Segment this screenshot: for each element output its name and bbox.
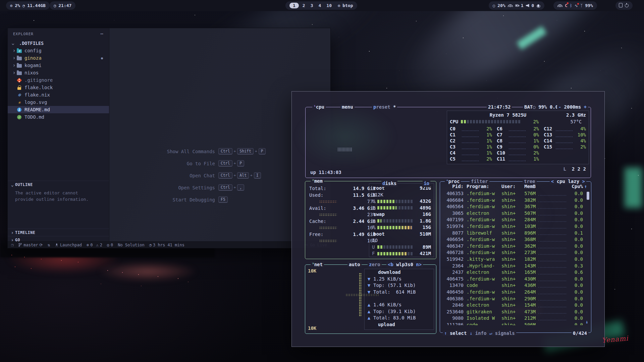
time-tracker[interactable]: ◔ 3 hrs 41 mins [149,243,184,247]
upload-speed: ▲1.46 KiB/s [367,302,432,308]
process-row[interactable]: 253640 gitkraken shin+ 473M 0.0 [443,309,588,316]
process-row[interactable]: 13470 code shin+ 436M 0.0 [443,283,588,289]
problems-button[interactable]: ⊗ 0 ⚠ 2 [87,243,102,247]
process-row[interactable]: 519974 .ferdium-w shin+ 103M 0.0 [443,224,588,230]
file-type-glyph [17,57,22,60]
btop-window[interactable]: ¹cpu menu preset * 21:47:52 BAT○ 99% 0.0… [291,91,605,347]
hardware-pill[interactable]: ○ 20% 1 0 [489,1,544,10]
info-hint[interactable]: info [475,330,487,336]
file-row[interactable]: logo.svg [8,99,109,106]
process-row[interactable]: 406347 .ferdium-w shin+ 362M 0.0 [443,243,588,250]
file-row[interactable]: flake.lock [8,84,109,91]
cpu-tab[interactable]: ¹cpu [312,104,326,110]
cpu-core-row: C8 1% [497,138,539,144]
ports-icon: ◎ [107,243,109,247]
tree-root-dotfiles[interactable]: › .DOTFILES [8,40,109,47]
file-row[interactable]: › config [8,47,109,54]
key-chip: F5 [218,196,228,203]
file-row[interactable]: › nixos [8,69,109,76]
net-interface-selector[interactable]: <b wlp3s0 n> [386,261,423,267]
git-branch-button[interactable]: master ⟳ [18,243,43,247]
process-scrollbar[interactable] [587,192,589,200]
scroll-down-arrow-icon[interactable]: ↓ [586,319,588,324]
core-leader-dots [462,142,479,143]
remote-window-button[interactable]: ❐ [11,243,13,247]
workspace-button[interactable]: 4 [317,3,323,8]
process-row[interactable]: 3065 electron shin+ 507M 0.0 [443,210,588,217]
down-key-icon: ↓ [470,330,472,336]
workspace-button[interactable]: 3 [309,3,315,8]
used-meter [377,200,414,203]
file-row[interactable]: › ginoza ● [8,54,109,62]
io-title[interactable]: io [423,180,430,187]
process-row[interactable]: 9080 Isolated W shin+ 212M 0.0 [443,315,588,322]
process-row[interactable]: 406684 .ferdium-w shin+ 382M 0.0 [443,197,588,204]
update-interval-control[interactable]: - 2000ms + [557,104,588,110]
ports-button[interactable]: ◎ 0 [107,243,113,247]
row-leader-dots [538,294,566,294]
outline-section-header[interactable]: ⌄ OUTLINE [8,181,109,188]
timeline-section-header[interactable]: › TIMELINE [8,229,109,236]
process-row[interactable]: 111286 code shin+ 506M 0.0 [443,322,588,325]
process-row[interactable]: 2846 electron shin+ 154M 0.0 [443,302,588,309]
load-average: L 2 2 2 [564,166,586,172]
chevron-right-icon: › [8,55,16,61]
process-row[interactable]: 407199 .ferdium-w shin+ 284M 0.0 [443,217,588,224]
row-leader-dots [538,234,566,235]
process-row[interactable]: 406475 .ferdium-w shin+ 430M 0.0 [443,276,588,283]
process-row[interactable]: 406450 .ferdium-w shin+ 264M 0.0 [443,289,588,296]
power-button-icon[interactable] [625,4,629,7]
used-meter [377,219,414,223]
tray-wifi-icon[interactable] [557,4,562,7]
disks-title[interactable]: disks [381,180,397,187]
workspace-button[interactable]: 1 [289,3,299,8]
process-row[interactable]: 406728 .ferdium-w shin+ 273M 0.0 [443,250,588,256]
clock-pill[interactable]: ◷ 21:47 [50,1,75,10]
cpu-core-row: C10 2% [497,150,539,156]
process-row[interactable]: 2437 electron shin+ 165M 0.6 [443,269,588,276]
net-zero-button[interactable]: zero [368,261,382,267]
tray-app-icon[interactable]: C [565,3,568,8]
preset-button[interactable]: preset * [372,104,397,110]
bluetooth-icon[interactable]: ᛒ [570,4,572,8]
core-leader-dots [556,148,573,149]
row-leader-dots [538,261,566,261]
net-scale-bottom: 10K [308,325,316,331]
process-row[interactable]: 406353 .ferdium-w shin+ 576M 0.0 [443,191,588,197]
workspace-button[interactable]: 10 [325,3,333,8]
select-hint[interactable]: select [450,330,467,336]
menu-button[interactable]: menu [340,104,355,110]
process-row[interactable]: 519942 .kitty-wra shin+ 182M 0.0 [443,256,588,263]
file-row[interactable]: › kogami [8,62,109,69]
mem-percent-row: 16% [309,225,376,231]
process-row[interactable]: 406564 .ferdium-w shin+ 367M 0.0 [443,204,588,210]
solution-status[interactable]: No Solution [118,243,144,247]
explorer-more-actions-icon[interactable]: ⋯ [100,31,104,37]
source-control-graph-button[interactable]: ⇅ [48,243,50,247]
tray-wave-icon[interactable]: ∿ [575,4,578,8]
file-row[interactable]: README.md [8,106,109,113]
process-row[interactable]: 8077 librewolf shin+ 896M 0.1 [443,230,588,237]
signals-hint[interactable]: signals [495,330,515,336]
mem-usage-dots [319,226,337,229]
workspace-button[interactable]: 2 [301,3,307,8]
system-stats-pill[interactable]: ⚙ 2% ◔ 11.44GB [6,1,50,10]
mem-tab[interactable]: ²mem [311,178,324,184]
net-tab[interactable]: ³net [311,261,324,267]
file-row[interactable]: TODO.md [8,113,109,121]
file-row[interactable]: flake.nix [8,91,109,99]
process-row[interactable]: 2364 .Hyprland- shin+ 143M 0.3 [443,263,588,270]
used-label: U [372,198,375,205]
file-row[interactable]: .gitignore [8,76,109,84]
process-table-header[interactable]: Pid: Program: User: MemB Cpu% ↑ [443,184,588,189]
outline-message: The active editor cannot provide outline… [15,190,104,202]
clipboard-icon[interactable] [620,4,623,7]
file-type-glyph [18,100,20,105]
process-row[interactable]: 406386 .ferdium-w shin+ 290M 0.0 [443,296,588,303]
core-leader-dots [556,142,573,143]
launchpad-button[interactable]: Launchpad [55,243,82,247]
net-auto-button[interactable]: auto [347,261,362,267]
row-leader-dots [538,287,566,288]
process-row[interactable]: 406654 .ferdium-w shin+ 368M 0.0 [443,237,588,243]
key-chip: Shift [237,148,254,155]
